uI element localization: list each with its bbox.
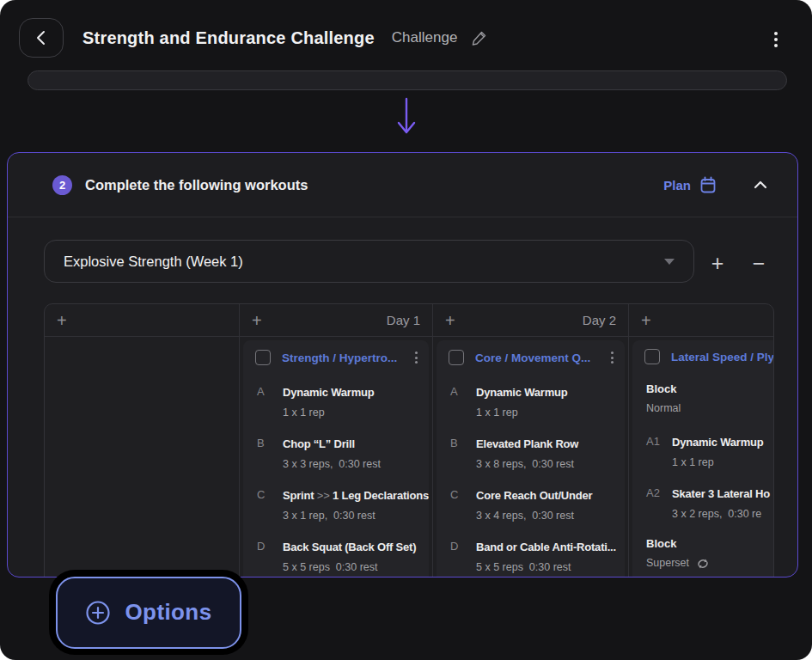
workout-card: Lateral Speed / Ply Block Normal A1 Dyna… xyxy=(632,340,774,578)
exercise-row[interactable]: A2 Skater 3 Lateral Ho 3 x 2 reps, 0:30 … xyxy=(646,486,774,518)
workout-checkbox[interactable] xyxy=(644,349,660,364)
chevron-left-icon xyxy=(35,30,47,46)
planner-grid: + + Day 1 Strength xyxy=(44,303,774,578)
exercise-row[interactable]: C Sprint >> 1 Leg Declarations 3 x 1 rep… xyxy=(257,487,429,520)
exercise-detail: 5 x 5 reps 0:30 rest xyxy=(476,561,616,574)
exercise-detail: 1 x 1 rep xyxy=(476,406,568,419)
header: Strength and Endurance Challenge Challen… xyxy=(0,0,812,76)
workout-checkbox[interactable] xyxy=(449,350,464,365)
day-label: Day 2 xyxy=(583,313,616,327)
exercise-row[interactable]: D Band or Cable Anti-Rotati... 5 x 5 rep… xyxy=(450,539,625,571)
exercise-row[interactable]: B Elevated Plank Row 3 x 8 reps, 0:30 re… xyxy=(450,436,625,468)
exercise-name: Skater 3 Lateral Ho xyxy=(672,487,770,500)
collapse-chevron-up-icon[interactable] xyxy=(753,180,768,190)
add-week-button[interactable]: + xyxy=(702,248,733,278)
step-number-badge: 2 xyxy=(52,175,72,195)
flow-down-arrow-icon xyxy=(394,96,418,141)
exercise-detail: 3 x 2 reps, 0:30 re xyxy=(672,508,770,521)
workout-card: Strength / Hypertro... A Dynamic Warmup … xyxy=(243,340,429,578)
exercise-name: Dynamic Warmup xyxy=(476,386,568,399)
step-title: Complete the following workouts xyxy=(85,177,663,193)
overflow-menu-icon[interactable] xyxy=(771,28,781,51)
options-button[interactable]: Options xyxy=(56,577,241,649)
planner-column-empty: + xyxy=(45,304,240,578)
back-button[interactable] xyxy=(19,18,64,58)
workout-title[interactable]: Core / Movement Q... xyxy=(475,351,608,364)
exercise-name: Dynamic Warmup xyxy=(672,436,764,449)
app-window: Strength and Endurance Challenge Challen… xyxy=(0,0,812,660)
edit-pencil-icon[interactable] xyxy=(471,29,488,46)
exercise-detail: 1 x 1 rep xyxy=(283,406,375,419)
step-header: 2 Complete the following workouts Plan xyxy=(8,153,797,217)
exercise-row[interactable]: D Back Squat (Back Off Set) 5 x 5 reps 0… xyxy=(257,539,429,571)
options-label: Options xyxy=(125,599,211,626)
exercise-detail: 3 x 1 rep, 0:30 rest xyxy=(283,510,429,522)
planner-column-day2: + Day 2 Core / Movement Q... xyxy=(433,304,629,578)
exercise-row[interactable]: A Dynamic Warmup 1 x 1 rep xyxy=(450,384,625,417)
exercise-row[interactable]: C Core Reach Out/Under 3 x 4 reps, 0:30 … xyxy=(450,487,625,520)
exercise-detail: 5 x 5 reps 0:30 rest xyxy=(283,561,416,574)
plan-button[interactable]: Plan xyxy=(663,176,717,194)
workout-title[interactable]: Lateral Speed / Ply xyxy=(671,351,774,364)
collapsed-step-card[interactable] xyxy=(27,70,787,90)
caret-down-icon xyxy=(664,259,675,265)
workout-card: Core / Movement Q... A Dynamic Warmup 1 … xyxy=(437,340,625,578)
options-highlight-ring: Options xyxy=(49,570,248,655)
planner-column-day1: + Day 1 Strength / Hypertro... xyxy=(240,304,433,578)
step-card: 2 Complete the following workouts Plan E… xyxy=(7,152,798,578)
week-select[interactable]: Explosive Strength (Week 1) xyxy=(44,240,694,283)
page-title: Strength and Endurance Challenge xyxy=(82,28,375,48)
block-header: Block Normal xyxy=(646,382,774,415)
calendar-icon xyxy=(699,176,717,194)
add-workout-icon[interactable]: + xyxy=(57,312,67,329)
circle-plus-icon xyxy=(85,600,111,626)
block-header: Block Superset xyxy=(646,537,774,570)
exercise-detail: 3 x 8 reps, 0:30 rest xyxy=(476,458,578,471)
exercise-row[interactable]: A Dynamic Warmup 1 x 1 rep xyxy=(257,384,429,417)
add-workout-icon[interactable]: + xyxy=(641,312,651,329)
exercise-name: Chop “L” Drill xyxy=(283,437,355,450)
exercise-row[interactable]: A1 Dynamic Warmup 1 x 1 rep xyxy=(646,434,774,467)
workout-menu-icon[interactable] xyxy=(412,349,420,366)
workout-checkbox[interactable] xyxy=(255,350,271,365)
page-subtitle: Challenge xyxy=(392,29,458,46)
workout-menu-icon[interactable] xyxy=(608,349,616,366)
week-select-value: Explosive Strength (Week 1) xyxy=(64,254,664,270)
exercise-name: Back Squat (Back Off Set) xyxy=(283,541,416,553)
exercise-detail: 3 x 3 reps, 0:30 rest xyxy=(283,458,381,471)
empty-day-cell xyxy=(45,337,239,578)
add-workout-icon[interactable]: + xyxy=(252,312,262,329)
exercise-name: Sprint >> 1 Leg Declarations xyxy=(283,489,429,502)
day-label: Day 1 xyxy=(387,313,420,327)
exercise-row[interactable]: B Chop “L” Drill 3 x 3 reps, 0:30 rest xyxy=(257,436,429,468)
exercise-detail: 1 x 1 rep xyxy=(672,456,764,469)
planner-column-day3: + Lateral Speed / Ply Block xyxy=(629,304,774,578)
add-workout-icon[interactable]: + xyxy=(445,312,455,329)
superset-loop-icon xyxy=(696,558,710,570)
exercise-name: Core Reach Out/Under xyxy=(476,489,592,502)
exercise-name: Dynamic Warmup xyxy=(283,386,375,399)
plan-label: Plan xyxy=(663,178,691,192)
workout-title[interactable]: Strength / Hypertro... xyxy=(282,351,412,364)
exercise-detail: 3 x 4 reps, 0:30 rest xyxy=(476,510,592,522)
exercise-name: Elevated Plank Row xyxy=(476,437,578,450)
remove-week-button[interactable]: − xyxy=(743,248,774,278)
exercise-name: Band or Cable Anti-Rotati... xyxy=(476,541,616,553)
